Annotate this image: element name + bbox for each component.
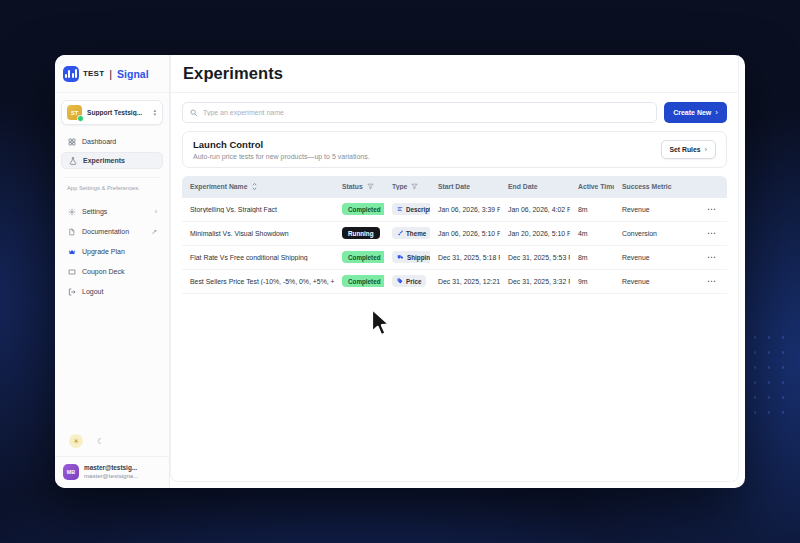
launch-control-subtitle: Auto-run price tests for new products—up…	[193, 153, 661, 160]
paintbrush-icon	[397, 230, 403, 236]
truck-icon	[397, 254, 404, 260]
brand-test-text: TEST	[83, 69, 104, 78]
background-dot-pattern	[748, 330, 792, 420]
chevron-right-icon: ›	[155, 208, 157, 215]
success-metric: Revenue	[614, 278, 690, 285]
end-date: Jan 06, 2026, 4:02 PM	[500, 206, 570, 213]
start-date: Dec 31, 2025, 12:21 PM	[430, 278, 500, 285]
sidebar-item-experiments[interactable]: Experiments	[61, 152, 163, 169]
table-row[interactable]: Best Sellers Price Test (-10%, -5%, 0%, …	[182, 270, 727, 294]
start-date: Jan 06, 2026, 5:10 PM	[430, 230, 500, 237]
type-badge: Theme	[392, 227, 430, 239]
active-time: 8m	[570, 254, 614, 261]
chevron-right-icon: ›	[715, 108, 718, 117]
sidebar-user-card[interactable]: MB master@testsig... master@testsigna...	[55, 456, 169, 488]
sidebar: TEST | Signal ST Support Testsig... ▲▼ D…	[55, 55, 170, 488]
row-actions-menu[interactable]: ⋯	[690, 228, 727, 238]
sun-icon[interactable]: ☀	[69, 434, 83, 448]
main-panel: Experiments Create New › Launch Control	[170, 55, 739, 482]
ticket-icon	[67, 268, 76, 276]
table-row[interactable]: Storytelling Vs. Straight Fact Completed…	[182, 198, 727, 222]
set-rules-button[interactable]: Set Rules ›	[661, 140, 716, 159]
end-date: Dec 31, 2025, 3:32 PM	[500, 278, 570, 285]
workspace-selector[interactable]: ST Support Testsig... ▲▼	[61, 100, 163, 125]
column-header-status[interactable]: Status	[334, 183, 384, 190]
sidebar-item-coupon-deck[interactable]: Coupon Deck	[61, 263, 163, 280]
external-link-icon: ↗	[151, 228, 157, 236]
moon-icon[interactable]: ☾	[97, 437, 104, 446]
sidebar-item-dashboard[interactable]: Dashboard	[61, 133, 163, 150]
user-email-secondary: master@testsigna...	[84, 472, 138, 480]
success-metric: Revenue	[614, 254, 690, 261]
gear-icon	[67, 208, 76, 216]
experiments-table: Experiment Name Status Type	[182, 176, 727, 294]
experiment-name: Storytelling Vs. Straight Fact	[182, 206, 334, 213]
flask-icon	[68, 157, 77, 165]
chevron-right-icon: ›	[705, 145, 708, 154]
sidebar-item-label: Dashboard	[82, 138, 157, 145]
sidebar-item-label: Experiments	[83, 157, 156, 164]
table-row[interactable]: Flat Rate Vs Free conditional Shipping C…	[182, 246, 727, 270]
type-badge: Description	[392, 203, 430, 215]
row-actions-menu[interactable]: ⋯	[690, 204, 727, 214]
crown-icon	[67, 248, 76, 256]
type-badge: Shipping	[392, 251, 430, 263]
end-date: Jan 20, 2026, 5:10 PM	[500, 230, 570, 237]
sidebar-item-label: Upgrade Plan	[82, 248, 157, 255]
column-header-experiment-name[interactable]: Experiment Name	[182, 182, 334, 191]
page-title: Experiments	[183, 64, 283, 83]
chevron-up-down-icon: ▲▼	[153, 109, 157, 116]
row-actions-menu[interactable]: ⋯	[690, 276, 727, 286]
status-badge: Completed	[342, 251, 384, 263]
brand-separator: |	[109, 68, 112, 80]
active-time: 4m	[570, 230, 614, 237]
active-time: 8m	[570, 206, 614, 213]
row-actions-menu[interactable]: ⋯	[690, 252, 727, 262]
table-row[interactable]: Minimalist Vs. Visual Showdown Running T…	[182, 222, 727, 246]
workspace-avatar: ST	[67, 105, 82, 120]
price-tag-icon	[397, 278, 403, 284]
launch-control-card: Launch Control Auto-run price tests for …	[182, 131, 727, 168]
experiment-name: Minimalist Vs. Visual Showdown	[182, 230, 334, 237]
filter-icon[interactable]	[411, 183, 418, 190]
dashboard-grid-icon	[67, 138, 76, 146]
document-icon	[67, 228, 76, 236]
sidebar-divider	[63, 177, 161, 178]
sidebar-item-settings[interactable]: Settings ›	[61, 203, 163, 220]
column-header-success-metric[interactable]: Success Metric	[614, 183, 690, 190]
column-header-end-date[interactable]: End Date	[500, 183, 570, 190]
sidebar-item-label: Settings	[82, 208, 149, 215]
user-email-primary: master@testsig...	[84, 464, 138, 472]
search-input[interactable]	[203, 109, 656, 116]
end-date: Dec 31, 2025, 5:53 PM	[500, 254, 570, 261]
brand-logo: TEST | Signal	[55, 55, 169, 93]
column-header-start-date[interactable]: Start Date	[430, 183, 500, 190]
sidebar-item-label: Logout	[82, 288, 157, 295]
align-left-icon	[397, 206, 403, 212]
logout-icon	[67, 288, 76, 296]
status-badge: Completed	[342, 203, 384, 215]
filter-icon[interactable]	[367, 183, 374, 190]
column-header-type[interactable]: Type	[384, 183, 430, 190]
signal-bars-icon	[63, 66, 79, 82]
column-header-active-time[interactable]: Active Time	[570, 183, 614, 190]
table-header-row: Experiment Name Status Type	[182, 176, 727, 198]
sidebar-section-label: App Settings & Preferences.	[61, 185, 163, 195]
experiment-name: Flat Rate Vs Free conditional Shipping	[182, 254, 334, 261]
sidebar-item-label: Documentation	[82, 228, 145, 235]
user-avatar: MB	[63, 464, 79, 480]
start-date: Dec 31, 2025, 5:18 PM	[430, 254, 500, 261]
sidebar-item-upgrade-plan[interactable]: Upgrade Plan	[61, 243, 163, 260]
sort-icon	[251, 182, 258, 191]
create-new-button[interactable]: Create New ›	[664, 102, 727, 123]
sidebar-item-logout[interactable]: Logout	[61, 283, 163, 300]
success-metric: Conversion	[614, 230, 690, 237]
experiment-name: Best Sellers Price Test (-10%, -5%, 0%, …	[182, 278, 334, 285]
page-header: Experiments	[171, 55, 738, 93]
toolbar: Create New ›	[182, 102, 727, 123]
sidebar-item-label: Coupon Deck	[82, 268, 157, 275]
theme-toggle: ☀ ☾	[61, 434, 163, 456]
start-date: Jan 06, 2026, 3:39 PM	[430, 206, 500, 213]
workspace-label: Support Testsig...	[87, 109, 148, 116]
sidebar-item-documentation[interactable]: Documentation ↗	[61, 223, 163, 240]
